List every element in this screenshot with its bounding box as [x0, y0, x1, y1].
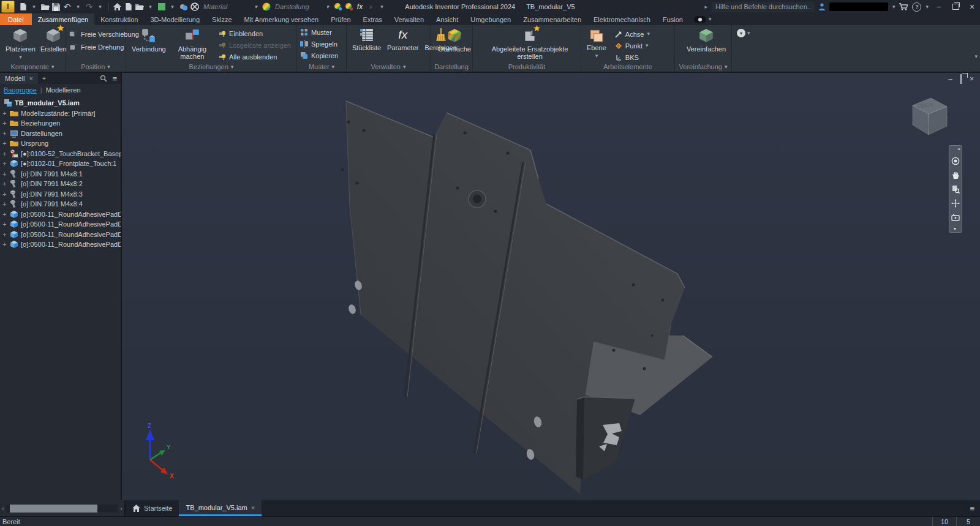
scroll-right-arrow[interactable]: › — [120, 505, 123, 512]
minimize-button[interactable]: – — [933, 1, 945, 12]
tree-item-modellzustaende[interactable]: + Modellzustände: [Primär] — [0, 108, 121, 119]
undo-button[interactable]: ↶ — [62, 2, 72, 12]
tab-konstruktion[interactable]: Konstruktion — [94, 13, 144, 25]
help-icon[interactable]: ? — [912, 2, 921, 12]
tree-item-ursprung[interactable]: + Ursprung — [0, 138, 121, 149]
freie-drehung-button[interactable]: Freie Drehung — [69, 42, 124, 51]
browser-tab-modell[interactable]: Modell × — [0, 73, 38, 84]
baugruppe-link[interactable]: Baugruppe — [4, 86, 37, 94]
oberflaeche-button[interactable]: Oberfläche — [435, 27, 473, 53]
doc-restore-button[interactable] — [960, 75, 962, 83]
browser-horizontal-scrollbar[interactable]: ‹ › — [0, 500, 126, 516]
undo-caret[interactable]: ▾ — [73, 2, 83, 12]
modellieren-link[interactable]: Modellieren — [46, 86, 81, 94]
search-expand-arrow[interactable]: ▸ — [704, 4, 707, 10]
wheel-ring-icon[interactable] — [189, 2, 200, 12]
panel-label-position[interactable]: Position▾ — [66, 62, 126, 72]
redo-button[interactable]: ↷ — [84, 2, 94, 12]
tab-datei[interactable]: Datei — [0, 13, 32, 25]
tab-skizze[interactable]: Skizze — [206, 13, 238, 25]
user-name-redacted[interactable] — [829, 2, 888, 11]
muster-button[interactable]: Muster — [300, 28, 332, 37]
tree-item-adhesivepad-3[interactable]: + [o]:0500-11_RoundAdhesivePadD15x2_sc — [0, 230, 121, 240]
tree-item-frontplate-touch[interactable]: + [●]:0102-01_Frontplate_Touch:1 — [0, 159, 121, 169]
tab-pruefen[interactable]: Prüfen — [325, 13, 356, 25]
tree-item-din7991-1[interactable]: + [o]:DIN 7991 M4x8:1 — [0, 169, 121, 179]
doc-tab-close-icon[interactable]: × — [251, 504, 255, 511]
qat-overflow-caret[interactable]: ▾ — [377, 2, 387, 12]
inventor-logo-icon[interactable]: I — [1, 1, 15, 13]
user-icon[interactable] — [819, 3, 825, 10]
verbindung-button[interactable]: Verbindung — [129, 27, 168, 53]
browser-add-tab-button[interactable]: + — [38, 73, 50, 84]
tree-item-adhesivepad-1[interactable]: + [o]:0500-11_RoundAdhesivePadD15x2_sc — [0, 209, 121, 220]
navigation-wheel-button[interactable] — [951, 157, 960, 165]
bks-button[interactable]: BKS — [615, 53, 650, 62]
einblenden-button[interactable]: Einblenden — [219, 29, 291, 38]
open-from-vault-button[interactable] — [123, 2, 134, 12]
alle-ausblenden-button[interactable]: Alle ausblenden — [219, 52, 291, 61]
3d-model-touchbracket[interactable] — [122, 73, 980, 500]
sweep-button[interactable] — [134, 2, 145, 12]
erstellen-button[interactable]: Erstellen — [38, 27, 69, 53]
panel-label-komponente[interactable]: Komponente▾ — [0, 62, 65, 72]
select-tool-button[interactable] — [156, 2, 167, 12]
panel-label-muster[interactable]: Muster▾ — [297, 62, 346, 72]
tab-document-tb-modular[interactable]: TB_modular_V5.iam × — [179, 500, 262, 516]
open-button[interactable] — [40, 2, 50, 12]
tree-item-beziehungen[interactable]: + Beziehungen — [0, 118, 121, 129]
user-caret[interactable]: ▾ — [892, 4, 895, 10]
orbit-button[interactable] — [951, 199, 960, 208]
store-cart-icon[interactable] — [899, 3, 908, 10]
ribbon-collapse-button[interactable]: ▾ ▾ — [732, 25, 755, 41]
navbar-close-icon[interactable]: × — [957, 148, 960, 151]
tab-3d-modellierung[interactable]: 3D-Modellierung — [144, 13, 206, 25]
tab-ansicht[interactable]: Ansicht — [430, 13, 464, 25]
doc-close-button[interactable]: × — [970, 75, 974, 83]
tab-mit-anmerkung-versehen[interactable]: Mit Anmerkung versehen — [238, 13, 325, 25]
losgeloeste-anzeigen-button[interactable]: Losgelöste anzeigen — [219, 40, 291, 50]
tree-item-din7991-3[interactable]: + [o]:DIN 7991 M4x8:3 — [0, 189, 121, 200]
browser-menu-icon[interactable]: ≡ — [112, 74, 117, 83]
stueckliste-button[interactable]: Stückliste — [350, 27, 383, 52]
tab-verwalten[interactable]: Verwalten — [388, 13, 430, 25]
panel-label-vereinfachung[interactable]: Vereinfachung▾ — [675, 62, 731, 72]
color-wheel-icon[interactable] — [261, 2, 271, 12]
view-cube[interactable]: OBEN VORNE RECHTS — [905, 92, 953, 142]
tab-zusammenarbeiten[interactable]: Zusammenarbeiten — [517, 13, 587, 25]
tab-elektromechanisch[interactable]: Elektromechanisch — [587, 13, 657, 25]
new-file-button[interactable] — [18, 2, 28, 12]
browser-tab-close-icon[interactable]: × — [29, 75, 32, 82]
tree-item-adhesivepad-2[interactable]: + [o]:0500-11_RoundAdhesivePadD15x2_sc — [0, 219, 121, 230]
browser-search-icon[interactable] — [100, 75, 107, 82]
appearance-clear-icon[interactable] — [344, 2, 354, 12]
punkt-button[interactable]: Punkt ▾ — [615, 41, 650, 50]
abhaengig-machen-button[interactable]: Abhängig machen — [171, 27, 214, 61]
restore-button[interactable] — [949, 1, 962, 12]
parameter-button[interactable]: fx Parameter — [385, 27, 421, 52]
scrollbar-thumb[interactable] — [10, 505, 97, 513]
achse-button[interactable]: Achse ▾ — [615, 29, 650, 39]
graphics-viewport[interactable]: – × OBEN VORNE RECHTS × ▾ Z — [122, 73, 980, 500]
zoom-button[interactable] — [951, 185, 960, 193]
darstellung-combo[interactable]: Darstellung▾ — [273, 2, 331, 12]
appearance-add-icon[interactable] — [333, 2, 343, 12]
scroll-left-arrow[interactable]: ‹ — [2, 505, 4, 512]
screencast-button[interactable]: ▾ — [689, 13, 717, 25]
tree-item-din7991-4[interactable]: + [o]:DIN 7991 M4x8:4 — [0, 199, 121, 209]
tree-root-assembly[interactable]: TB_modular_V5.iam — [0, 98, 121, 108]
kopieren-button[interactable]: Kopieren — [300, 51, 338, 60]
tree-item-darstellungen[interactable]: + Darstellungen — [0, 129, 121, 139]
sweep-caret[interactable]: ▾ — [145, 2, 156, 12]
navbar-options-caret[interactable]: ▾ — [954, 227, 956, 231]
platzieren-button[interactable]: Platzieren ▾ — [3, 27, 38, 61]
vereinfachen-button[interactable]: Vereinfachen — [684, 27, 728, 53]
new-file-caret[interactable]: ▾ — [29, 2, 39, 12]
look-at-button[interactable] — [951, 213, 960, 222]
spiegeln-button[interactable]: Spiegeln — [300, 39, 337, 48]
redo-caret[interactable]: ▾ — [95, 2, 105, 12]
panel-label-beziehungen[interactable]: Beziehungen▾ — [126, 62, 296, 72]
tree-item-touchbracket-baseplate[interactable]: + [●]:0100-52_TouchBracket_Baseplate:1 — [0, 149, 121, 159]
abgeleitete-ersatzobjekte-button[interactable]: Abgeleitete Ersatzobjekte erstellen ▾ — [478, 27, 581, 61]
appearance-spheres-icon[interactable] — [178, 2, 189, 12]
